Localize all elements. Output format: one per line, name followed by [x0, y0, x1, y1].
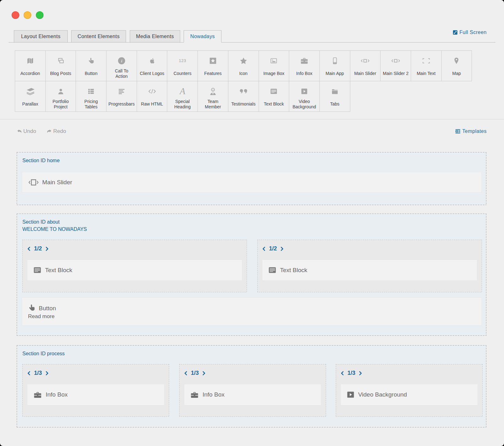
svg-text:i: i — [121, 59, 122, 63]
